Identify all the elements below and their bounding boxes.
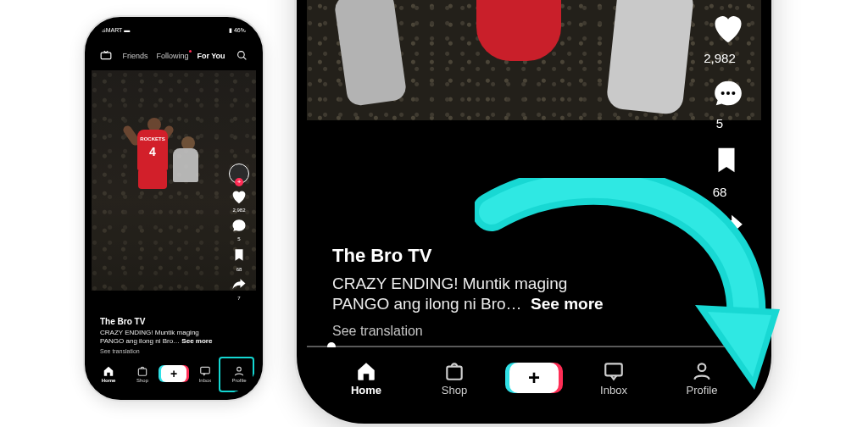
jersey-number: 4 (137, 145, 168, 158)
action-rail: + 2,982 5 68 7 (225, 164, 253, 301)
author-name[interactable]: The Bro TV (332, 245, 681, 267)
creator-avatar[interactable]: + (229, 164, 249, 184)
like-button[interactable] (710, 12, 729, 44)
svg-point-1 (238, 51, 245, 58)
like-count: 2,982 (232, 208, 245, 213)
svg-rect-9 (447, 366, 461, 379)
save-button[interactable] (710, 142, 729, 178)
svg-line-2 (243, 57, 246, 59)
like-button[interactable] (230, 189, 248, 204)
see-translation-link[interactable]: See translation (332, 324, 681, 339)
see-more-link[interactable]: See more (531, 295, 604, 313)
status-battery: ▮ 46% (229, 27, 246, 39)
comment-button[interactable] (230, 218, 248, 233)
save-count: 68 (713, 185, 727, 199)
comment-count: 5 (716, 116, 723, 130)
nav-home[interactable]: Home (333, 360, 399, 396)
comment-count: 5 (237, 236, 240, 241)
nav-inbox[interactable]: Inbox (190, 365, 220, 383)
phone-notch (131, 24, 216, 39)
share-button[interactable] (710, 211, 729, 243)
live-icon[interactable] (100, 50, 112, 62)
status-carrier: SMART ▬ (102, 27, 130, 39)
svg-point-7 (726, 92, 730, 95)
caption[interactable]: CRAZY ENDING! Muntik maging PANGO ang il… (100, 329, 222, 346)
follow-plus-icon[interactable]: + (235, 178, 243, 186)
tab-for-you[interactable]: For You (197, 52, 225, 60)
svg-rect-10 (605, 363, 622, 375)
top-tabs: Friends Following For You (92, 46, 256, 66)
like-count: 2,982 (704, 51, 736, 65)
caption[interactable]: CRAZY ENDING! Muntik maging PANGO ang il… (332, 274, 681, 315)
plus-icon: + (528, 368, 540, 388)
svg-rect-4 (201, 367, 210, 374)
plus-icon: + (170, 368, 177, 380)
svg-point-8 (732, 92, 735, 95)
nav-shop[interactable]: Shop (127, 365, 158, 383)
nav-inbox[interactable]: Inbox (581, 360, 647, 396)
see-translation-link[interactable]: See translation (100, 348, 222, 354)
action-rail-large: 2,982 5 68 (693, 12, 746, 243)
bottom-nav-large: Home Shop + Inbox Profile (307, 347, 761, 413)
nav-create[interactable]: + (161, 365, 186, 382)
nav-create[interactable]: + (509, 363, 559, 393)
video-meta: The Bro TV CRAZY ENDING! Muntik maging P… (100, 317, 222, 354)
svg-rect-0 (101, 53, 111, 59)
share-count: 7 (237, 296, 240, 301)
comment-button[interactable] (710, 77, 729, 109)
share-button[interactable] (230, 277, 248, 292)
see-more-link[interactable]: See more (181, 337, 212, 345)
svg-point-6 (721, 92, 725, 95)
phone-mock-small: SMART ▬ ▮ 46% Friends Following For You (85, 17, 263, 400)
profile-highlight-box (219, 357, 254, 392)
tab-following[interactable]: Following (156, 52, 188, 60)
search-icon[interactable] (236, 50, 248, 63)
phone-mock-large: 2,982 5 68 The Bro TV CRAZY ENDING! Munt… (297, 0, 771, 424)
nav-home[interactable]: Home (93, 365, 124, 383)
svg-rect-3 (138, 369, 146, 375)
nav-profile[interactable]: Profile (669, 360, 735, 396)
save-count: 68 (236, 267, 242, 272)
tab-friends[interactable]: Friends (122, 52, 147, 60)
nav-shop[interactable]: Shop (421, 360, 487, 396)
jersey-team: ROCKETS (137, 136, 168, 141)
save-button[interactable] (230, 247, 248, 263)
author-name[interactable]: The Bro TV (100, 317, 222, 326)
svg-point-11 (698, 363, 706, 371)
video-meta-large: The Bro TV CRAZY ENDING! Muntik maging P… (332, 245, 681, 339)
